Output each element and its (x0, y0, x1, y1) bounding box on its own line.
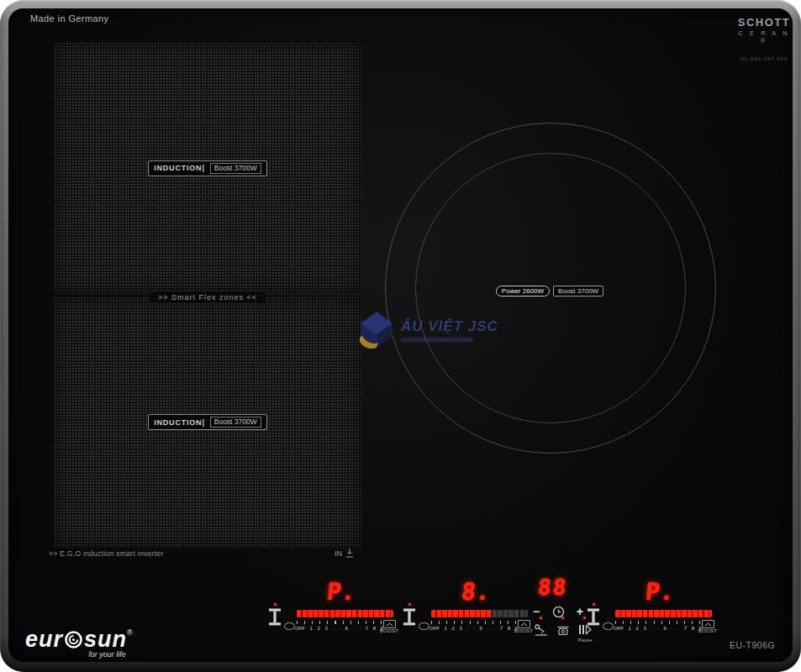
slider-lit-segments (297, 610, 393, 617)
flex-bridge-icon (268, 608, 282, 627)
inverter-note: >> E.G.O induction smart inverter (49, 549, 164, 558)
scale-tick-label: 1 (445, 626, 447, 631)
scale-tick-label: 8 (692, 626, 694, 631)
scale-tick-label: 8 (508, 626, 510, 631)
scale-tick-label: · (493, 626, 495, 631)
timer-minus-key: − (533, 605, 540, 618)
scale-tick-label: OFF (295, 626, 305, 631)
right-zone-power-slider (615, 610, 712, 617)
scale-tick-label: · (359, 626, 361, 631)
scale-tick-label: 6 (664, 626, 667, 631)
zone-onoff-icon (603, 622, 614, 630)
product-photo: Made in Germany SCHOTT C E R A N ® NL 09… (0, 0, 801, 672)
sun-swirl-icon (64, 630, 83, 649)
eurosun-text-right: sun (84, 627, 127, 653)
boost-key-icon (702, 620, 714, 628)
scale-tick-label: · (339, 626, 340, 631)
middle-zone-controls: 8. OFF123··6··789 BOOST (391, 575, 538, 635)
in-marker-text: IN (335, 549, 342, 558)
indicator-dot (274, 603, 277, 606)
power-scale-ticks (431, 621, 516, 624)
scale-tick-label: 7 (366, 626, 368, 631)
round-zone-label: Power 2600W Boost 3700W (385, 286, 714, 297)
flex-zone-top: INDUCTION| Boost 3700W (54, 42, 361, 294)
zone-onoff-icon (284, 622, 295, 630)
scale-tick-label: 1 (629, 626, 631, 631)
right-zone-power-display: P. (644, 580, 688, 605)
model-number: EU-T906G (730, 640, 775, 650)
power-scale-labels: OFF123··6··789 (295, 626, 383, 631)
schott-brand-text: SCHOTT (733, 16, 795, 29)
indicator-dot (561, 617, 564, 619)
scale-tick-label: · (487, 626, 489, 631)
flex-zone-bottom-label: INDUCTION| Boost 3700W (148, 414, 267, 430)
keep-warm-icon (556, 622, 571, 637)
power-scale-labels: OFF123··6··789 (614, 626, 702, 631)
scale-tick-label: 3 (459, 626, 461, 631)
right-zone-controls: P. OFF123··6··789 BOOST (575, 575, 722, 635)
child-lock-key (533, 620, 549, 637)
scale-tick-label: 3 (324, 626, 327, 631)
pause-key-label: Pause (574, 638, 596, 643)
watermark-subtext-blur (401, 338, 473, 342)
ceramic-glass-surface: Made in Germany SCHOTT C E R A N ® NL 09… (8, 8, 793, 662)
scale-tick-label: 6 (480, 626, 482, 631)
round-zone-boost-text: Boost 3700W (553, 286, 603, 297)
middle-zone-power-display: 8. (460, 580, 504, 605)
scale-tick-label: 2 (318, 626, 320, 631)
eurosun-text-left: eur (25, 627, 63, 653)
scale-tick-label: · (353, 626, 355, 631)
watermark: ÂU VIỆT JSC (360, 311, 498, 349)
slider-lit-segments (431, 610, 491, 617)
scale-tick-label: 2 (452, 626, 455, 631)
cooktop-bezel: Made in Germany SCHOTT C E R A N ® NL 09… (0, 0, 801, 672)
eurosun-logo: eur sun ® for your life (25, 627, 133, 659)
scale-tick-label: 8 (373, 626, 376, 631)
scale-tick-label: 3 (643, 626, 646, 631)
timer-display: 88 (536, 575, 568, 600)
round-zone-power-text: Power 2600W (496, 286, 550, 297)
scale-tick-label: · (677, 626, 679, 631)
boost-key-label: BOOST (698, 628, 718, 633)
scale-tick-label: 6 (345, 626, 348, 631)
boost-key-icon (518, 620, 530, 628)
zone-select-icon (587, 608, 600, 627)
flex-bridge-icon (403, 608, 416, 627)
watermark-name: ÂU VIỆT JSC (401, 318, 498, 335)
made-in-germany-label: Made in Germany (30, 13, 108, 24)
boost-rating-text: Boost 3700W (210, 163, 261, 174)
scale-tick-label: OFF (614, 626, 624, 631)
scale-tick-label: · (473, 626, 475, 631)
eurosun-logo-row: eur sun ® (25, 627, 133, 653)
indicator-dot (593, 603, 595, 606)
left-zone-controls: P. OFF123··6··789 BOOST (256, 575, 403, 635)
middle-zone-power-slider (431, 610, 528, 617)
boost-rating-text: Boost 3700W (210, 417, 261, 428)
smart-flex-zones-text: >> Smart Flex zones << (150, 292, 266, 302)
scale-tick-label: · (466, 626, 468, 631)
induction-brand-text: INDUCTION| (154, 164, 205, 172)
scale-tick-label: OFF (429, 626, 440, 631)
scale-tick-label: · (672, 626, 673, 631)
scale-tick-label: 7 (500, 626, 503, 631)
scale-tick-label: · (651, 626, 652, 631)
ceran-brand-text: C E R A N ® (733, 29, 795, 45)
indicator-dot (408, 603, 411, 606)
flex-zone-bottom: INDUCTION| Boost 3700W (54, 297, 361, 548)
child-lock-icon (534, 622, 549, 637)
power-scale-ticks (615, 621, 700, 624)
keep-warm-key (555, 620, 571, 637)
power-scale-ticks (297, 621, 382, 624)
glass-serial-number: NL 093 097 009 (733, 56, 795, 61)
left-zone-power-slider (297, 610, 393, 617)
slider-lit-segments (615, 610, 712, 617)
scale-tick-label: · (332, 626, 334, 631)
power-inlet-marker: IN (335, 549, 354, 558)
registered-mark: ® (127, 628, 133, 637)
zone-onoff-icon (419, 622, 429, 630)
indicator-dot (540, 617, 542, 619)
flex-zone-top-label: INDUCTION| Boost 3700W (148, 160, 267, 176)
watermark-text-block: ÂU VIỆT JSC (401, 318, 498, 342)
schott-ceran-logo: SCHOTT C E R A N ® NL 093 097 009 (733, 16, 795, 61)
scale-tick-label: · (657, 626, 659, 631)
